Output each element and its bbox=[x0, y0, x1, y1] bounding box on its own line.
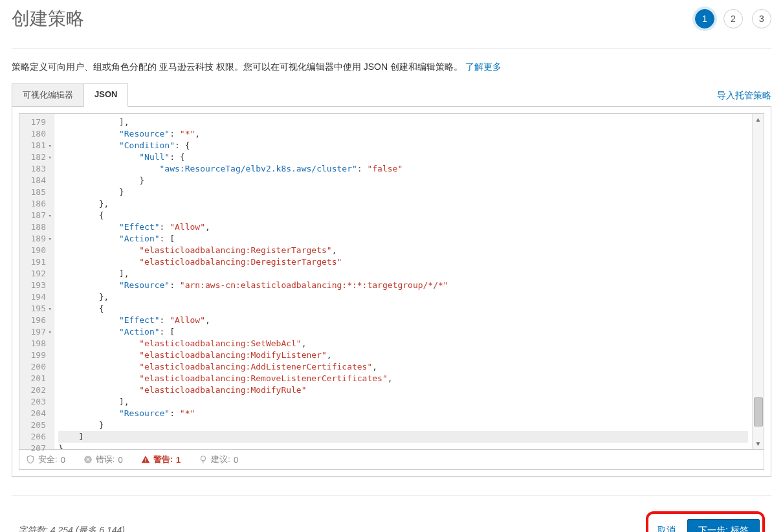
code-line[interactable]: } bbox=[58, 419, 748, 431]
footer-actions-highlight: 取消 下一步: 标签 bbox=[646, 511, 765, 532]
line-number-gutter: 1791801811821831841851861871881891901911… bbox=[19, 114, 54, 449]
code-line[interactable]: "Effect": "Allow", bbox=[58, 315, 748, 326]
code-line[interactable]: }, bbox=[58, 291, 748, 303]
status-security[interactable]: 安全: 0 bbox=[26, 454, 65, 465]
line-number: 184 bbox=[22, 175, 46, 186]
status-warnings[interactable]: 警告: 1 bbox=[141, 454, 181, 465]
line-number: 183 bbox=[22, 163, 46, 175]
code-line[interactable]: "Null": { bbox=[58, 151, 748, 163]
divider bbox=[12, 48, 771, 49]
wizard-steps: 1 2 3 bbox=[695, 9, 771, 28]
line-number: 206 bbox=[22, 431, 46, 443]
warning-icon bbox=[141, 455, 150, 464]
svg-rect-2 bbox=[145, 461, 146, 462]
line-number: 191 bbox=[22, 256, 46, 268]
code-line[interactable]: "aws:ResourceTag/elbv2.k8s.aws/cluster":… bbox=[58, 163, 748, 175]
error-icon bbox=[83, 455, 93, 464]
code-line[interactable]: { bbox=[58, 210, 748, 221]
status-warnings-count: 1 bbox=[176, 455, 181, 465]
learn-more-link[interactable]: 了解更多 bbox=[465, 61, 502, 72]
code-line[interactable]: "elasticloadbalancing:RegisterTargets", bbox=[58, 245, 748, 256]
step-1[interactable]: 1 bbox=[695, 9, 714, 28]
line-number: 198 bbox=[22, 338, 46, 349]
line-number: 181 bbox=[22, 140, 46, 151]
code-line[interactable]: ] bbox=[58, 431, 748, 443]
status-errors-label: 错误: bbox=[96, 454, 115, 465]
svg-point-3 bbox=[201, 456, 206, 461]
code-line[interactable]: }, bbox=[58, 198, 748, 210]
line-number: 199 bbox=[22, 349, 46, 361]
line-number: 190 bbox=[22, 245, 46, 256]
code-line[interactable]: "elasticloadbalancing:RemoveListenerCert… bbox=[58, 373, 748, 384]
next-step-tags-button[interactable]: 下一步: 标签 bbox=[687, 519, 760, 532]
scroll-up-icon[interactable]: ▲ bbox=[755, 114, 762, 125]
status-suggestions-label: 建议: bbox=[211, 454, 230, 465]
status-security-count: 0 bbox=[61, 455, 65, 465]
code-line[interactable]: "elasticloadbalancing:SetWebAcl", bbox=[58, 338, 748, 349]
line-number: 207 bbox=[22, 443, 46, 454]
policy-description: 策略定义可向用户、组或角色分配的 亚马逊云科技 权限。您可以在可视化编辑器中使用… bbox=[12, 61, 771, 73]
description-text: 策略定义可向用户、组或角色分配的 亚马逊云科技 权限。您可以在可视化编辑器中使用… bbox=[12, 61, 465, 72]
status-suggestions[interactable]: 建议: 0 bbox=[199, 454, 238, 465]
import-managed-policy-link[interactable]: 导入托管策略 bbox=[717, 90, 771, 107]
line-number: 180 bbox=[22, 128, 46, 140]
json-code-area[interactable]: ], "Resource": "*", "Condition": { "Null… bbox=[54, 114, 752, 449]
scroll-thumb[interactable] bbox=[754, 397, 763, 427]
shield-icon bbox=[26, 455, 35, 464]
line-number: 193 bbox=[22, 280, 46, 291]
code-line[interactable]: "elasticloadbalancing:ModifyRule" bbox=[58, 384, 748, 396]
line-number: 185 bbox=[22, 186, 46, 198]
line-number: 194 bbox=[22, 291, 46, 303]
code-line[interactable]: ], bbox=[58, 268, 748, 280]
code-line[interactable]: "elasticloadbalancing:ModifyListener", bbox=[58, 349, 748, 361]
line-number: 188 bbox=[22, 221, 46, 233]
line-number: 203 bbox=[22, 396, 46, 408]
line-number: 205 bbox=[22, 419, 46, 431]
line-number: 182 bbox=[22, 151, 46, 163]
code-line[interactable]: "elasticloadbalancing:AddListenerCertifi… bbox=[58, 361, 748, 373]
line-number: 195 bbox=[22, 303, 46, 315]
tab-visual-editor[interactable]: 可视化编辑器 bbox=[12, 83, 84, 107]
line-number: 196 bbox=[22, 315, 46, 326]
tab-json[interactable]: JSON bbox=[83, 83, 128, 107]
code-line[interactable]: "Resource": "arn:aws-cn:elasticloadbalan… bbox=[58, 280, 748, 291]
lightbulb-icon bbox=[199, 455, 208, 464]
line-number: 179 bbox=[22, 116, 46, 128]
json-editor-panel: 1791801811821831841851861871881891901911… bbox=[12, 106, 771, 477]
code-line[interactable]: { bbox=[58, 303, 748, 315]
line-number: 201 bbox=[22, 373, 46, 384]
page-title: 创建策略 bbox=[12, 6, 84, 31]
vertical-scrollbar[interactable]: ▲ ▼ bbox=[752, 114, 764, 449]
status-suggestions-count: 0 bbox=[234, 455, 238, 465]
line-number: 204 bbox=[22, 408, 46, 419]
line-number: 187 bbox=[22, 210, 46, 221]
code-line[interactable]: } bbox=[58, 175, 748, 186]
validation-status-bar: 安全: 0 错误: 0 警告: 1 建议: 0 bbox=[19, 450, 764, 470]
code-line[interactable]: "Resource": "*" bbox=[58, 408, 748, 419]
code-line[interactable]: "Resource": "*", bbox=[58, 128, 748, 140]
code-line[interactable]: "Effect": "Allow", bbox=[58, 221, 748, 233]
scroll-down-icon[interactable]: ▼ bbox=[755, 438, 762, 449]
step-2[interactable]: 2 bbox=[723, 9, 743, 28]
character-count: 字符数: 4,254 (最多 6,144)。 bbox=[18, 525, 134, 532]
code-line[interactable]: ], bbox=[58, 116, 748, 128]
status-warnings-label: 警告: bbox=[153, 454, 173, 465]
status-security-label: 安全: bbox=[38, 454, 58, 465]
status-errors-count: 0 bbox=[118, 455, 122, 465]
line-number: 200 bbox=[22, 361, 46, 373]
editor-tabs: 可视化编辑器 JSON bbox=[12, 83, 127, 107]
code-line[interactable]: "Action": [ bbox=[58, 326, 748, 338]
code-line[interactable]: "Action": [ bbox=[58, 233, 748, 245]
svg-rect-1 bbox=[145, 458, 146, 461]
code-line[interactable]: } bbox=[58, 443, 748, 449]
code-line[interactable]: "Condition": { bbox=[58, 140, 748, 151]
code-line[interactable]: } bbox=[58, 186, 748, 198]
step-3[interactable]: 3 bbox=[752, 9, 771, 28]
status-errors[interactable]: 错误: 0 bbox=[83, 454, 123, 465]
cancel-button[interactable]: 取消 bbox=[657, 525, 676, 532]
line-number: 202 bbox=[22, 384, 46, 396]
line-number: 189 bbox=[22, 233, 46, 245]
line-number: 186 bbox=[22, 198, 46, 210]
code-line[interactable]: "elasticloadbalancing:DeregisterTargets" bbox=[58, 256, 748, 268]
code-line[interactable]: ], bbox=[58, 396, 748, 408]
